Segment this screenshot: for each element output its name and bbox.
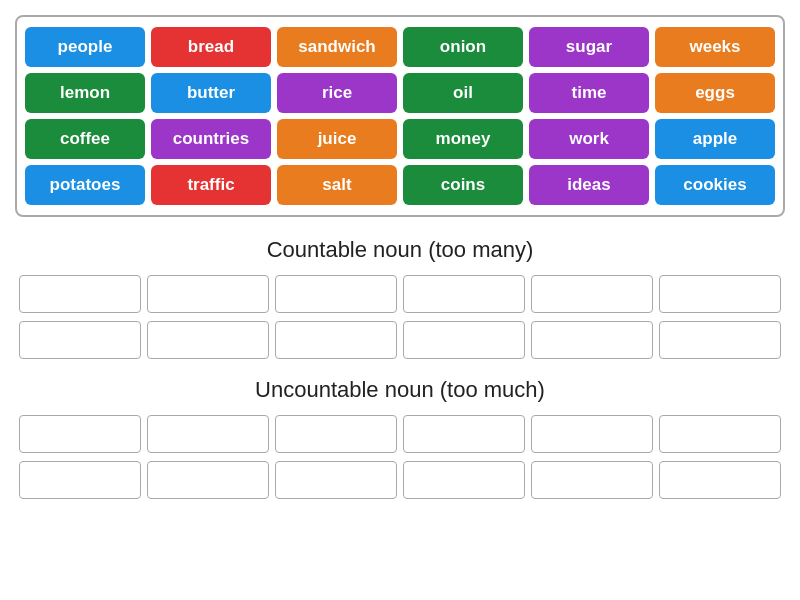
uncountable-row-1 — [15, 415, 785, 453]
drop-cell[interactable] — [531, 415, 653, 453]
word-tile-coins[interactable]: coins — [403, 165, 523, 205]
word-tile-sugar[interactable]: sugar — [529, 27, 649, 67]
word-tile-coffee[interactable]: coffee — [25, 119, 145, 159]
uncountable-section: Uncountable noun (too much) — [15, 377, 785, 499]
drop-cell[interactable] — [19, 275, 141, 313]
drop-cell[interactable] — [659, 321, 781, 359]
word-tile-ideas[interactable]: ideas — [529, 165, 649, 205]
drop-cell[interactable] — [147, 461, 269, 499]
drop-cell[interactable] — [659, 461, 781, 499]
word-tile-juice[interactable]: juice — [277, 119, 397, 159]
word-tile-rice[interactable]: rice — [277, 73, 397, 113]
countable-row-1 — [15, 275, 785, 313]
word-tile-butter[interactable]: butter — [151, 73, 271, 113]
word-tile-eggs[interactable]: eggs — [655, 73, 775, 113]
drop-cell[interactable] — [531, 461, 653, 499]
word-tile-sandwich[interactable]: sandwich — [277, 27, 397, 67]
drop-cell[interactable] — [147, 415, 269, 453]
word-tile-oil[interactable]: oil — [403, 73, 523, 113]
word-tile-onion[interactable]: onion — [403, 27, 523, 67]
countable-section: Countable noun (too many) — [15, 237, 785, 359]
word-tile-traffic[interactable]: traffic — [151, 165, 271, 205]
word-tile-potatoes[interactable]: potatoes — [25, 165, 145, 205]
countable-row-2 — [15, 321, 785, 359]
word-tile-work[interactable]: work — [529, 119, 649, 159]
drop-cell[interactable] — [147, 321, 269, 359]
word-tile-people[interactable]: people — [25, 27, 145, 67]
drop-cell[interactable] — [275, 321, 397, 359]
word-tile-countries[interactable]: countries — [151, 119, 271, 159]
drop-cell[interactable] — [659, 275, 781, 313]
drop-cell[interactable] — [19, 321, 141, 359]
drop-cell[interactable] — [403, 461, 525, 499]
word-tile-time[interactable]: time — [529, 73, 649, 113]
drop-cell[interactable] — [531, 321, 653, 359]
drop-cell[interactable] — [275, 275, 397, 313]
drop-cell[interactable] — [275, 461, 397, 499]
word-tile-cookies[interactable]: cookies — [655, 165, 775, 205]
word-tile-lemon[interactable]: lemon — [25, 73, 145, 113]
countable-title: Countable noun (too many) — [15, 237, 785, 263]
drop-cell[interactable] — [19, 461, 141, 499]
word-tile-bread[interactable]: bread — [151, 27, 271, 67]
uncountable-title: Uncountable noun (too much) — [15, 377, 785, 403]
word-bank: peoplebreadsandwichonionsugarweekslemonb… — [15, 15, 785, 217]
drop-cell[interactable] — [531, 275, 653, 313]
word-tile-money[interactable]: money — [403, 119, 523, 159]
drop-cell[interactable] — [147, 275, 269, 313]
word-tile-salt[interactable]: salt — [277, 165, 397, 205]
drop-cell[interactable] — [403, 415, 525, 453]
word-tile-apple[interactable]: apple — [655, 119, 775, 159]
drop-cell[interactable] — [275, 415, 397, 453]
drop-cell[interactable] — [403, 275, 525, 313]
drop-cell[interactable] — [403, 321, 525, 359]
word-tile-weeks[interactable]: weeks — [655, 27, 775, 67]
drop-cell[interactable] — [19, 415, 141, 453]
uncountable-row-2 — [15, 461, 785, 499]
drop-cell[interactable] — [659, 415, 781, 453]
